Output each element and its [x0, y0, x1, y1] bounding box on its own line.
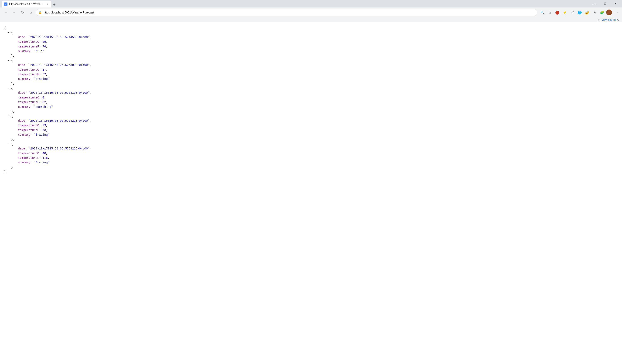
- back-button[interactable]: ←: [2, 9, 9, 16]
- browser-window: https://localhost:5001/WeatherF... × + —…: [0, 0, 622, 364]
- navigation-bar: ← → ↻ ⌂ 🔒 🔍 ☆ ⬤ ⚡: [0, 7, 622, 18]
- favorites-icon: ☆: [548, 11, 551, 15]
- json-open-bracket: [: [4, 26, 618, 30]
- json-entry-open: - {: [4, 114, 618, 118]
- home-button[interactable]: ⌂: [27, 9, 34, 16]
- privacy-icon: 🌐: [578, 11, 582, 15]
- wallet-icon: 🔐: [585, 11, 589, 15]
- json-close-bracket: ]: [4, 170, 618, 174]
- reload-button[interactable]: ↻: [19, 9, 26, 16]
- minimize-button[interactable]: —: [590, 1, 600, 7]
- json-summary-field: summary: "Bracing": [4, 160, 618, 165]
- extension-wallet-button[interactable]: 🔐: [584, 9, 590, 16]
- active-tab[interactable]: https://localhost:5001/WeatherF... ×: [2, 1, 51, 7]
- json-temperaturef-field: temperatureF: 118,: [4, 156, 618, 160]
- view-source-bar: + - View source ⚙: [0, 18, 622, 22]
- extensions-icon: 🧩: [600, 11, 604, 15]
- shield-icon: 🛡: [571, 11, 574, 14]
- reload-icon: ↻: [21, 11, 24, 15]
- json-entry-close: }: [4, 165, 618, 170]
- json-temperaturef-field: temperatureF: 73,: [4, 128, 618, 133]
- json-temperaturec-field: temperatureC: 23,: [4, 123, 618, 128]
- json-temperaturec-field: temperatureC: 25,: [4, 39, 618, 44]
- view-source-prefix: + -: [598, 18, 601, 21]
- back-icon: ←: [4, 11, 7, 14]
- title-bar: https://localhost:5001/WeatherF... × + —…: [0, 0, 622, 7]
- json-date-field: date: "2020-10-13T15:58:06.5744588-04:00…: [4, 35, 618, 39]
- more-options-button[interactable]: ⋯: [613, 9, 620, 16]
- extension-lightning-button[interactable]: ⚡: [562, 9, 568, 16]
- lock-icon: 🔒: [38, 11, 42, 14]
- forward-icon: →: [12, 11, 16, 14]
- lightning-icon: ⚡: [563, 11, 567, 15]
- json-entry-open: - {: [4, 58, 618, 63]
- search-button[interactable]: 🔍: [539, 9, 546, 16]
- json-temperaturec-field: temperatureC: 0,: [4, 95, 618, 100]
- json-date-field: date: "2020-10-17T15:58:06.5753225-04:00…: [4, 146, 618, 151]
- json-date-field: date: "2020-10-15T15:58:06.5753198-04:00…: [4, 91, 618, 95]
- favorites-button[interactable]: ☆: [546, 9, 553, 16]
- json-entry-open: - {: [4, 142, 618, 146]
- json-content: [ - { date: "2020-10-13T15:58:06.5744588…: [0, 22, 622, 364]
- json-temperaturef-field: temperatureF: 76,: [4, 44, 618, 49]
- view-source-settings-icon[interactable]: ⚙: [617, 18, 620, 21]
- new-tab-button[interactable]: +: [51, 2, 57, 7]
- extensions-button[interactable]: 🧩: [599, 9, 605, 16]
- search-icon: 🔍: [540, 11, 544, 15]
- address-input[interactable]: [43, 11, 535, 14]
- address-bar[interactable]: 🔒: [36, 9, 537, 16]
- json-entry-open: - {: [4, 30, 618, 35]
- reading-list-icon: ★: [593, 11, 596, 15]
- json-entry-close: },: [4, 109, 618, 114]
- forward-button[interactable]: →: [11, 9, 18, 16]
- window-controls: — ❐ ✕: [590, 1, 620, 7]
- tab-title: https://localhost:5001/WeatherF...: [9, 3, 44, 6]
- more-icon: ⋯: [615, 11, 618, 15]
- toolbar-icons: 🔍 ☆ ⬤ ⚡ 🛡 🌐 🔐: [539, 9, 620, 16]
- json-summary-field: summary: "Scorching": [4, 105, 618, 109]
- json-temperaturef-field: temperatureF: 62,: [4, 72, 618, 77]
- tab-area: https://localhost:5001/WeatherF... × +: [2, 0, 588, 7]
- json-entry-close: },: [4, 54, 618, 58]
- json-entry-open: - {: [4, 86, 618, 91]
- maximize-button[interactable]: ❐: [601, 1, 610, 7]
- profile-button[interactable]: [606, 10, 612, 15]
- extension-ublock-button[interactable]: ⬤: [554, 9, 561, 16]
- json-temperaturec-field: temperatureC: 17,: [4, 68, 618, 72]
- json-entry-close: },: [4, 81, 618, 86]
- json-summary-field: summary: "Bracing": [4, 77, 618, 81]
- json-summary-field: summary: "Bracing": [4, 133, 618, 137]
- json-temperaturec-field: temperatureC: 48,: [4, 151, 618, 156]
- profile-avatar: [606, 10, 612, 15]
- home-icon: ⌂: [30, 11, 32, 14]
- json-date-field: date: "2020-10-16T15:58:06.5753213-04:00…: [4, 118, 618, 123]
- close-button[interactable]: ✕: [611, 1, 620, 7]
- extension-shield-button[interactable]: 🛡: [569, 9, 576, 16]
- json-summary-field: summary: "Mild": [4, 49, 618, 54]
- extension-privacy-button[interactable]: 🌐: [576, 9, 583, 16]
- json-entry-close: },: [4, 137, 618, 142]
- json-temperaturef-field: temperatureF: 32,: [4, 100, 618, 104]
- json-date-field: date: "2020-10-14T15:58:06.5753093-04:00…: [4, 63, 618, 67]
- reading-list-button[interactable]: ★: [591, 9, 598, 16]
- tab-favicon: [4, 2, 7, 6]
- json-entries: - { date: "2020-10-13T15:58:06.5744588-0…: [4, 30, 618, 170]
- view-source-link[interactable]: View source: [602, 18, 616, 21]
- tab-close-button[interactable]: ×: [46, 2, 49, 6]
- ublock-icon: ⬤: [555, 10, 559, 15]
